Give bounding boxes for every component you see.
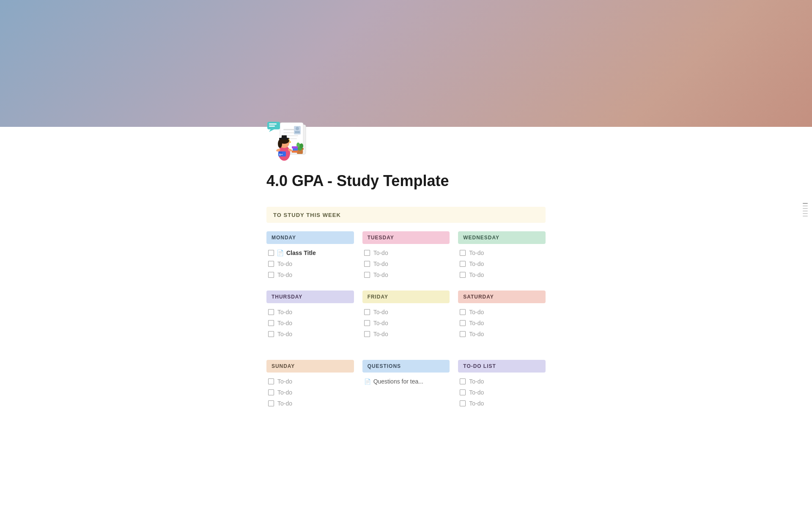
day-block-thursday: THURSDAY To-do To-do To-do: [266, 290, 354, 340]
todo-item[interactable]: To-do: [362, 258, 450, 269]
checkbox-thursday-0[interactable]: [268, 309, 274, 315]
todo-text: To-do: [277, 260, 292, 267]
todo-item[interactable]: To-do: [266, 329, 354, 340]
todo-text: To-do: [469, 249, 484, 256]
todo-text: To-do: [469, 400, 484, 407]
checkbox-sunday-1[interactable]: [268, 389, 274, 395]
todo-text: To-do: [277, 389, 292, 396]
day-block-friday: FRIDAY To-do To-do To-do: [362, 290, 450, 340]
todo-text: To-do: [277, 331, 292, 337]
section-header-label: TO STUDY THIS WEEK: [273, 212, 341, 218]
student-illustration: A+: [266, 114, 317, 165]
todo-item[interactable]: To-do: [266, 387, 354, 398]
checkbox-thursday-1[interactable]: [268, 320, 274, 326]
todo-item[interactable]: To-do: [458, 329, 546, 340]
todo-item[interactable]: To-do: [362, 247, 450, 258]
day-block-wednesday: WEDNESDAY To-do To-do To-do: [458, 231, 546, 280]
todo-text: To-do: [373, 271, 388, 278]
todo-item[interactable]: To-do: [266, 318, 354, 329]
checkbox-monday-0[interactable]: [268, 250, 274, 256]
checkbox-friday-2[interactable]: [364, 331, 370, 337]
todo-item[interactable]: To-do: [266, 307, 354, 318]
checkbox-todolist-2[interactable]: [460, 400, 466, 406]
svg-rect-8: [295, 131, 300, 133]
checkbox-todolist-1[interactable]: [460, 389, 466, 395]
todo-text: To-do: [469, 389, 484, 396]
checkbox-wednesday-1[interactable]: [460, 261, 466, 267]
scroll-line: [803, 211, 808, 211]
questions-text: Questions for tea...: [373, 378, 423, 385]
day-block-monday: MONDAY 📄 Class Title To-do To-do: [266, 231, 354, 280]
todo-item[interactable]: To-do: [458, 258, 546, 269]
class-title-item[interactable]: 📄 Class Title: [266, 247, 354, 258]
scroll-line: [803, 203, 808, 204]
document-icon: 📄: [277, 249, 284, 256]
svg-rect-11: [269, 123, 277, 125]
checkbox-friday-1[interactable]: [364, 320, 370, 326]
scrollbar-indicator: [803, 203, 808, 217]
checkbox-sunday-0[interactable]: [268, 378, 274, 384]
todo-text: To-do: [373, 309, 388, 315]
day-block-sunday: SUNDAY To-do To-do To-do: [266, 360, 354, 409]
page-content: A+ 4.0 GPA - Study Template TO STUDY THI…: [258, 114, 554, 444]
checkbox-wednesday-2[interactable]: [460, 272, 466, 278]
todo-item[interactable]: To-do: [266, 398, 354, 409]
checkbox-thursday-2[interactable]: [268, 331, 274, 337]
day-header-wednesday: WEDNESDAY: [458, 231, 546, 244]
svg-rect-20: [282, 135, 287, 139]
svg-rect-33: [292, 146, 298, 148]
todo-text: To-do: [469, 378, 484, 385]
day-header-saturday: SATURDAY: [458, 290, 546, 303]
day-header-questions: QUESTIONS: [362, 360, 450, 373]
todo-item[interactable]: To-do: [266, 376, 354, 387]
document-icon: 📄: [364, 378, 371, 385]
checkbox-monday-2[interactable]: [268, 272, 274, 278]
day-block-todolist: TO-DO LIST To-do To-do To-do: [458, 360, 546, 409]
todo-text: To-do: [469, 331, 484, 337]
checkbox-saturday-1[interactable]: [460, 320, 466, 326]
day-header-tuesday: TUESDAY: [362, 231, 450, 244]
svg-point-30: [300, 143, 303, 148]
checkbox-sunday-2[interactable]: [268, 400, 274, 406]
todo-text: To-do: [373, 331, 388, 337]
todo-item[interactable]: To-do: [458, 318, 546, 329]
checkbox-todolist-0[interactable]: [460, 378, 466, 384]
checkbox-saturday-0[interactable]: [460, 309, 466, 315]
todo-item[interactable]: To-do: [266, 269, 354, 280]
todo-item[interactable]: To-do: [458, 398, 546, 409]
todo-item[interactable]: To-do: [362, 307, 450, 318]
todo-text: To-do: [277, 271, 292, 278]
bottom-row: SUNDAY To-do To-do To-do QUESTIONS 📄 Que…: [266, 360, 546, 419]
todo-text: To-do: [277, 320, 292, 326]
checkbox-wednesday-0[interactable]: [460, 250, 466, 256]
todo-item[interactable]: To-do: [458, 376, 546, 387]
todo-item[interactable]: To-do: [362, 318, 450, 329]
todo-item[interactable]: To-do: [458, 247, 546, 258]
todo-item[interactable]: To-do: [458, 307, 546, 318]
checkbox-tuesday-0[interactable]: [364, 250, 370, 256]
day-header-thursday: THURSDAY: [266, 290, 354, 303]
checkbox-friday-0[interactable]: [364, 309, 370, 315]
checkbox-saturday-2[interactable]: [460, 331, 466, 337]
day-header-monday: MONDAY: [266, 231, 354, 244]
todo-text: To-do: [277, 400, 292, 407]
day-block-tuesday: TUESDAY To-do To-do To-do: [362, 231, 450, 280]
checkbox-tuesday-2[interactable]: [364, 272, 370, 278]
todo-item[interactable]: To-do: [362, 329, 450, 340]
todo-item[interactable]: To-do: [266, 258, 354, 269]
hero-banner: [0, 0, 812, 127]
checkbox-tuesday-1[interactable]: [364, 261, 370, 267]
svg-rect-31: [292, 151, 298, 153]
todo-text: To-do: [373, 249, 388, 256]
day-block-questions: QUESTIONS 📄 Questions for tea...: [362, 360, 450, 409]
svg-rect-12: [269, 126, 275, 127]
todo-item[interactable]: To-do: [362, 269, 450, 280]
day-block-saturday: SATURDAY To-do To-do To-do: [458, 290, 546, 340]
todo-text: To-do: [469, 260, 484, 267]
todo-item[interactable]: To-do: [458, 269, 546, 280]
scroll-line: [803, 206, 808, 206]
todo-text: To-do: [373, 260, 388, 267]
questions-item[interactable]: 📄 Questions for tea...: [362, 376, 450, 387]
checkbox-monday-1[interactable]: [268, 261, 274, 267]
todo-item[interactable]: To-do: [458, 387, 546, 398]
